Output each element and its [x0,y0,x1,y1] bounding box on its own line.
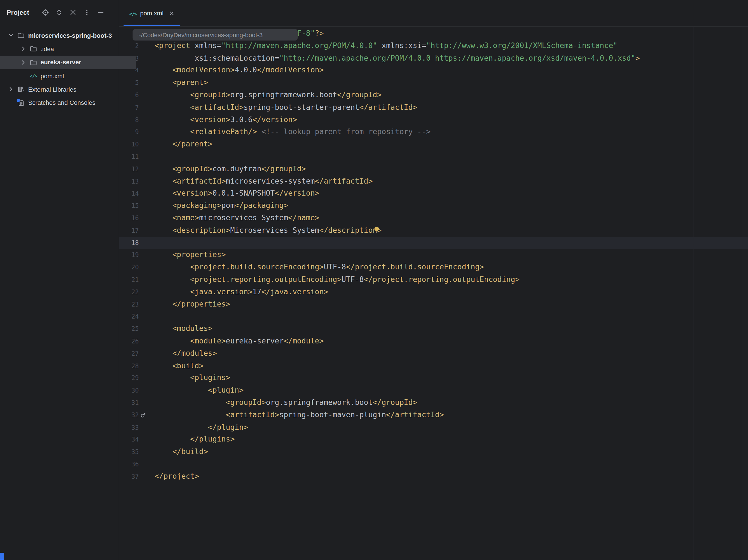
project-path-hint: ~/Codes/DuyDev/microservices-spring-boot… [133,29,298,41]
code-line-2[interactable]: 2<project xmlns="http://maven.apache.org… [119,40,748,52]
code-line-19[interactable]: 19 <properties> [119,249,748,261]
code-line-33[interactable]: 33 </plugin> [119,421,748,434]
xml-icon: </> [30,72,37,80]
project-panel-header: Project [0,0,119,25]
locate-icon[interactable] [42,9,49,16]
code-line-37[interactable]: 37</project> [119,470,748,483]
code-text: </properties> [155,298,230,311]
code-text: <modelVersion>4.0.0</modelVersion> [155,65,324,77]
code-line-25[interactable]: 25 <modules> [119,323,748,335]
code-line-8[interactable]: 8 <version>3.0.6</version> [119,114,748,126]
code-text: <groupId>org.springframework.boot</group… [155,89,381,101]
tree-item-root[interactable]: microservices-spring-boot-3 [0,28,123,42]
tree-item-label: microservices-spring-boot-3 [28,32,112,39]
code-line-9[interactable]: 9 <relativePath/> <!-- lookup parent fro… [119,126,748,138]
code-area[interactable]: 1<?xml version="1.0" encoding="UTF-8"?>2… [119,27,748,560]
code-line-36[interactable]: 36 [119,458,748,470]
code-text: <version>3.0.6</version> [155,114,297,126]
code-text: <module>eureka-server</module> [155,335,324,348]
expand-all-icon[interactable] [55,9,63,16]
collapse-all-icon[interactable] [69,9,77,16]
code-line-11[interactable]: 11 [119,151,748,163]
line-number: 11 [119,151,139,163]
editor[interactable]: 1<?xml version="1.0" encoding="UTF-8"?>2… [119,27,748,560]
code-line-15[interactable]: 15 <packaging>pom</packaging> [119,200,748,212]
code-line-29[interactable]: 29 <plugins> [119,372,748,385]
code-line-12[interactable]: 12 <groupId>com.duytran</groupId> [119,163,748,175]
code-text: <groupId>org.springframework.boot</group… [155,397,417,409]
code-line-5[interactable]: 5 <parent> [119,77,748,89]
code-text: <packaging>pom</packaging> [155,200,288,212]
line-number: 34 [119,434,139,446]
chevron-down-icon[interactable] [5,31,17,39]
tree-item-idea[interactable]: .idea [0,42,136,56]
tab-close-icon[interactable] [169,10,174,16]
line-number: 15 [119,200,139,212]
line-number: 13 [119,175,139,188]
code-line-18[interactable]: 18 [119,237,748,249]
code-line-16[interactable]: 16 <name>microservices System</name> [119,212,748,224]
line-number: 22 [119,286,139,298]
tab-pom-xml[interactable]: </> pom.xml [123,0,180,26]
code-text: <groupId>com.duytran</groupId> [155,163,306,175]
line-number: 33 [119,421,139,434]
intention-bulb-icon[interactable] [373,226,380,233]
code-text: <plugins> [155,372,230,385]
code-line-34[interactable]: 34 </plugins> [119,434,748,446]
bottom-left-accent [0,553,4,560]
line-number: 9 [119,126,139,138]
override-gutter-icon[interactable] [139,412,155,418]
code-line-28[interactable]: 28 <build> [119,360,748,372]
options-icon[interactable] [83,9,91,16]
line-number: 26 [119,335,139,348]
tree-item-external-libraries[interactable]: External Libraries [0,83,123,96]
code-text: </build> [155,446,208,458]
project-toolbar [42,9,104,16]
code-line-35[interactable]: 35 </build> [119,446,748,458]
line-number: 14 [119,188,139,200]
line-number: 23 [119,298,139,311]
line-number: 21 [119,273,139,286]
project-tool-window: Project microservices-spring-boot-3.idea… [0,0,119,560]
code-line-24[interactable]: 24 [119,311,748,323]
tree-item-label: pom.xml [41,72,64,80]
chevron-right-icon[interactable] [17,45,29,52]
tree-item-label: .idea [41,45,54,52]
code-line-22[interactable]: 22 <java.version>17</java.version> [119,286,748,298]
code-text: </parent> [155,138,212,151]
code-line-13[interactable]: 13 <artifactId>microservices-system</art… [119,175,748,188]
line-number: 20 [119,261,139,273]
code-line-30[interactable]: 30 <plugin> [119,385,748,397]
code-text: <artifactId>spring-boot-maven-plugin</ar… [155,409,444,421]
code-line-20[interactable]: 20 <project.build.sourceEncoding>UTF-8</… [119,261,748,273]
active-tab-indicator [123,25,180,26]
code-line-21[interactable]: 21 <project.reporting.outputEncoding>UTF… [119,273,748,286]
code-line-31[interactable]: 31 <groupId>org.springframework.boot</gr… [119,397,748,409]
code-line-27[interactable]: 27 </modules> [119,348,748,360]
line-number: 19 [119,249,139,261]
code-line-6[interactable]: 6 <groupId>org.springframework.boot</gro… [119,89,748,101]
line-number: 10 [119,138,139,151]
code-text: xsi:schemaLocation="http://maven.apache.… [155,52,640,65]
tree-item-label: External Libraries [28,86,76,93]
code-line-17[interactable]: 17 <description>Microservices System</de… [119,224,748,237]
code-line-10[interactable]: 10 </parent> [119,138,748,151]
chevron-right-icon[interactable] [5,86,17,93]
tree-item-eureka-server[interactable]: eureka-server [0,56,136,69]
code-line-32[interactable]: 32 <artifactId>spring-boot-maven-plugin<… [119,409,748,421]
code-line-23[interactable]: 23 </properties> [119,298,748,311]
code-line-26[interactable]: 26 <module>eureka-server</module> [119,335,748,348]
code-line-14[interactable]: 14 <version>0.0.1-SNAPSHOT</version> [119,188,748,200]
tree-item-scratches[interactable]: Scratches and Consoles [0,96,123,109]
code-text: <name>microservices System</name> [155,212,319,224]
hide-icon[interactable] [97,9,104,16]
code-text: </modules> [155,348,217,360]
line-number: 24 [119,311,139,323]
chevron-right-icon[interactable] [17,58,29,66]
tree-item-label: eureka-server [41,59,81,66]
code-line-4[interactable]: 4 <modelVersion>4.0.0</modelVersion> [119,65,748,77]
code-line-7[interactable]: 7 <artifactId>spring-boot-starter-parent… [119,101,748,114]
folder-icon [30,58,37,66]
code-line-3[interactable]: 3 xsi:schemaLocation="http://maven.apach… [119,52,748,65]
tree-item-pom-xml[interactable]: </>pom.xml [0,69,136,82]
